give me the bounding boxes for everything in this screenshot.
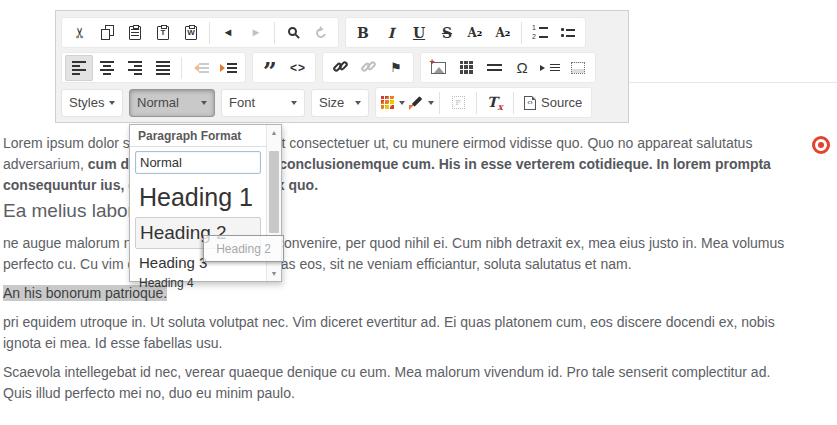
format-option-heading1[interactable]: Heading 1 — [135, 177, 261, 217]
scrollbar-thumb[interactable] — [269, 151, 279, 233]
subscript-button[interactable]: A2 — [461, 20, 489, 46]
unlink-icon — [360, 58, 377, 75]
redo-icon: ► — [251, 27, 262, 38]
align-center-button[interactable] — [93, 55, 121, 81]
undo-icon: ◄ — [223, 27, 234, 38]
click-target-marker-icon — [812, 136, 830, 154]
paste-word-icon: W — [185, 26, 197, 40]
insert-table-button[interactable] — [452, 55, 480, 81]
copy-button[interactable] — [93, 20, 121, 46]
font-combo[interactable]: Font — [221, 89, 305, 117]
bulleted-list-button[interactable] — [554, 20, 582, 46]
alignment-group — [61, 52, 246, 83]
superscript-button[interactable]: A2 — [489, 20, 517, 46]
iframe-button[interactable] — [564, 55, 592, 81]
blockquote-button[interactable]: ” — [256, 55, 284, 81]
iframe-icon — [571, 62, 585, 74]
strikethrough-icon: S — [442, 26, 452, 40]
bold-icon: B — [357, 26, 369, 40]
divider — [274, 22, 275, 44]
scroll-up-icon[interactable]: ▲ — [267, 129, 281, 136]
size-combo-label: Size — [319, 95, 344, 110]
background-color-button[interactable] — [407, 90, 435, 116]
editor-top-border — [629, 82, 837, 83]
paste-as-text-button[interactable]: T — [149, 20, 177, 46]
toolbar-row-2: ” <> ⚑ + Ω — [61, 52, 624, 83]
source-icon: ‹› — [524, 96, 536, 110]
color-grid-icon — [381, 96, 394, 109]
anchor-button[interactable]: ⚑ — [382, 55, 410, 81]
scroll-down-icon[interactable]: ▼ — [267, 270, 281, 277]
divider — [209, 22, 210, 44]
increase-indent-icon — [220, 61, 237, 75]
remove-format-icon: Tx — [487, 94, 503, 112]
colors-tools-group: P Tx ‹› Source — [375, 87, 592, 118]
text-color-button[interactable] — [379, 90, 407, 116]
chevron-down-icon — [355, 101, 361, 105]
insert-group: + Ω — [420, 52, 596, 83]
divider — [181, 57, 182, 79]
paste-icon — [129, 26, 141, 40]
increase-indent-button[interactable] — [214, 55, 242, 81]
clipboard-group: ✂ T W ◄ ► — [61, 17, 339, 48]
align-right-button[interactable] — [121, 55, 149, 81]
image-icon: + — [431, 62, 446, 74]
paragraph-2: ne augue malorum no mel, mandamus cum co… — [3, 233, 797, 275]
underline-button[interactable]: U — [405, 20, 433, 46]
align-left-button[interactable] — [65, 55, 93, 81]
format-option-normal[interactable]: Normal — [135, 151, 261, 174]
styles-combo-label: Styles — [69, 95, 104, 110]
bold-button[interactable]: B — [349, 20, 377, 46]
paste-from-word-button[interactable]: W — [177, 20, 205, 46]
source-button[interactable]: ‹› Source — [518, 90, 588, 116]
divider — [439, 92, 440, 114]
paste-text-icon: T — [157, 26, 169, 40]
special-character-button[interactable]: Ω — [508, 55, 536, 81]
paragraph-selected: An his bonorum patrioque. — [3, 283, 797, 304]
source-label: Source — [541, 95, 582, 110]
anchor-flag-icon: ⚑ — [390, 61, 402, 74]
size-combo[interactable]: Size — [311, 89, 369, 117]
toolbar: ✂ T W ◄ ► B I U S A2 A2 — [55, 10, 629, 123]
decrease-indent-button — [186, 55, 214, 81]
align-left-icon — [72, 59, 86, 77]
numbered-list-icon: 1 2 — [532, 25, 548, 40]
align-center-icon — [100, 59, 114, 77]
divider — [521, 22, 522, 44]
horizontal-rule-button[interactable] — [480, 55, 508, 81]
page-break-button[interactable] — [536, 55, 564, 81]
editor-content-area[interactable]: Lorem ipsum dolor sit amet, usu dicant l… — [3, 133, 797, 416]
format-option-heading4[interactable]: Heading 4 — [135, 274, 261, 293]
remove-format-button[interactable]: Tx — [481, 90, 509, 116]
subscript-icon: A — [468, 27, 477, 39]
blockquote-icon: ” — [263, 68, 277, 76]
strikethrough-button[interactable]: S — [433, 20, 461, 46]
code-snippet-button[interactable]: <> — [284, 55, 312, 81]
underline-icon: U — [413, 26, 425, 40]
cut-button[interactable]: ✂ — [65, 20, 93, 46]
cut-icon: ✂ — [71, 26, 86, 39]
replace-icon — [314, 26, 328, 40]
show-blocks-button: P — [444, 90, 472, 116]
styles-combo[interactable]: Styles — [61, 89, 123, 117]
quote-code-group: ” <> — [252, 52, 316, 83]
show-blocks-icon: P — [452, 96, 465, 109]
undo-button[interactable]: ◄ — [214, 20, 242, 46]
decrease-indent-icon — [192, 61, 209, 75]
paragraph-format-combo[interactable]: Normal — [129, 89, 215, 117]
chevron-down-icon — [399, 101, 405, 105]
redo-button: ► — [242, 20, 270, 46]
justify-button[interactable] — [149, 55, 177, 81]
italic-button[interactable]: I — [377, 20, 405, 46]
bulleted-list-icon — [561, 28, 575, 37]
find-button[interactable] — [279, 20, 307, 46]
chevron-down-icon — [109, 101, 115, 105]
link-button[interactable] — [326, 55, 354, 81]
insert-image-button[interactable]: + — [424, 55, 452, 81]
paragraph-1-bold-text: cum dicta legere vituperatur conclusione… — [3, 156, 771, 193]
paragraph-3: pri equidem utroque in. Ut soluta volutp… — [3, 312, 797, 354]
paste-button[interactable] — [121, 20, 149, 46]
replace-button[interactable] — [307, 20, 335, 46]
numbered-list-button[interactable]: 1 2 — [526, 20, 554, 46]
align-right-icon — [128, 59, 142, 77]
